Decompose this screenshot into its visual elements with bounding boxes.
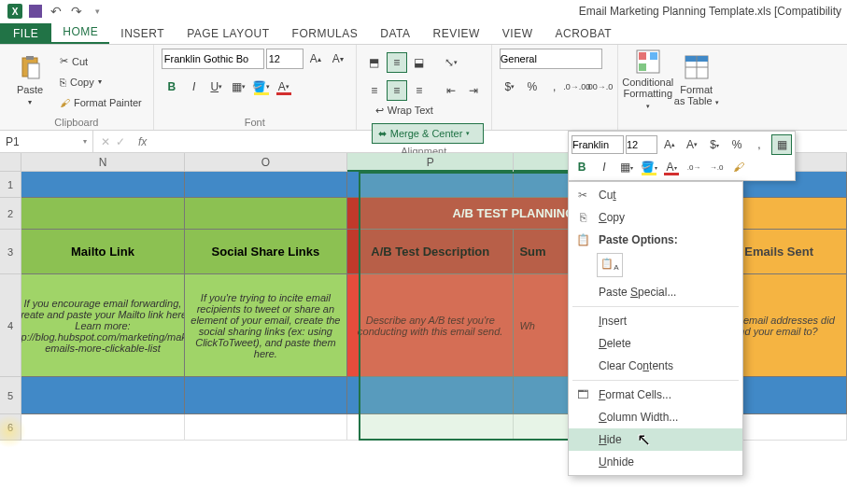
redo-button[interactable]: ↷ (67, 2, 86, 21)
cell-o1[interactable] (185, 172, 347, 198)
tab-page-layout[interactable]: PAGE LAYOUT (176, 23, 280, 44)
cell-n3[interactable]: Mailto Link (21, 230, 184, 274)
ctx-paste-opt-default[interactable]: 📋A (597, 253, 623, 277)
cell-n1[interactable] (21, 172, 184, 198)
align-center-button[interactable]: ≡ (387, 80, 407, 101)
decrease-indent-button[interactable]: ⇤ (441, 80, 461, 101)
font-size-input[interactable] (266, 49, 304, 69)
undo-button[interactable]: ↶ (47, 2, 65, 21)
cancel-formula-icon[interactable]: ✕ (101, 135, 110, 148)
italic-button[interactable]: I (184, 77, 205, 97)
font-color-button[interactable]: A ▾ (274, 77, 294, 97)
mini-painter[interactable]: 🖌 (728, 157, 749, 177)
row-header-1[interactable]: 1 (0, 172, 21, 198)
align-top-button[interactable]: ⬒ (364, 52, 385, 73)
tab-formulas[interactable]: FORMULAS (281, 23, 370, 44)
col-header-p[interactable]: P (347, 153, 514, 172)
fx-icon[interactable]: fx (133, 135, 152, 148)
cell-o2[interactable] (185, 198, 348, 230)
increase-decimal-button[interactable]: .0→.00 (567, 77, 587, 97)
mini-font-name[interactable] (572, 135, 624, 154)
shrink-font-button[interactable]: A▾ (328, 49, 348, 69)
col-header-n[interactable]: N (21, 153, 184, 172)
currency-button[interactable]: $ ▾ (500, 77, 520, 97)
format-as-table-button[interactable]: Format as Table ▾ (674, 49, 719, 110)
row-header-5[interactable]: 5 (0, 377, 21, 414)
cell-n5[interactable] (21, 377, 184, 414)
cell-o4[interactable]: If you're trying to incite email recipie… (185, 274, 347, 377)
mini-table[interactable]: ▦ (771, 134, 792, 155)
enter-formula-icon[interactable]: ✓ (116, 135, 125, 148)
ctx-delete[interactable]: Delete (569, 332, 742, 355)
cell-o6[interactable] (185, 414, 347, 441)
excel-app-icon[interactable]: X (6, 2, 24, 21)
mini-inc-dec[interactable]: .0→ (684, 157, 704, 177)
align-middle-button[interactable]: ≡ (387, 52, 407, 73)
wrap-text-button[interactable]: ↩Wrap Text (372, 101, 484, 119)
mini-bold[interactable]: B (572, 157, 592, 177)
cell-p3[interactable]: A/B Test Description (347, 230, 514, 274)
increase-indent-button[interactable]: ⇥ (463, 80, 484, 101)
save-button[interactable] (26, 2, 45, 21)
ctx-paste-special[interactable]: Paste Special... (569, 281, 742, 303)
align-left-button[interactable]: ≡ (364, 80, 385, 101)
ctx-cut[interactable]: ✂Cut (569, 184, 742, 206)
tab-view[interactable]: VIEW (491, 23, 544, 44)
ctx-unhide[interactable]: Unhide (569, 451, 742, 473)
fill-color-button[interactable]: 🪣 ▾ (251, 77, 272, 97)
align-bottom-button[interactable]: ⬓ (409, 52, 430, 73)
cell-o3[interactable]: Social Share Links (185, 230, 347, 274)
cell-n6[interactable] (21, 414, 184, 441)
tab-insert[interactable]: INSERT (109, 23, 176, 44)
merge-center-button[interactable]: ⬌Merge & Center ▾ (372, 123, 484, 144)
tab-data[interactable]: DATA (369, 23, 421, 44)
tab-acrobat[interactable]: ACROBAT (544, 23, 624, 44)
align-right-button[interactable]: ≡ (409, 80, 430, 101)
cell-o5[interactable] (185, 377, 347, 414)
cell-n2[interactable] (21, 198, 185, 230)
format-painter-button[interactable]: 🖌Format Painter (56, 93, 146, 112)
orientation-button[interactable]: ⤡ ▾ (441, 52, 461, 73)
ctx-format-cells[interactable]: 🗔Format Cells... (569, 384, 742, 406)
ctx-hide[interactable]: Hide (569, 428, 742, 451)
tab-home[interactable]: HOME (51, 21, 109, 44)
cut-button[interactable]: ✂Cut (56, 52, 146, 71)
cell-n4[interactable]: If you encourage email forwarding, creat… (21, 274, 184, 377)
col-header-o[interactable]: O (185, 153, 347, 172)
tab-file[interactable]: FILE (0, 23, 51, 44)
ctx-copy[interactable]: ⎘Copy (569, 206, 742, 229)
mini-border[interactable]: ▦▾ (616, 157, 637, 177)
ctx-clear[interactable]: Clear Contents (569, 355, 742, 377)
row-header-6[interactable]: 6 (0, 414, 21, 441)
cell-p1[interactable] (347, 172, 514, 198)
bold-button[interactable]: B (162, 77, 182, 97)
paste-button[interactable]: Paste▾ (7, 49, 52, 110)
mini-grow-font[interactable]: A▴ (659, 134, 680, 155)
mini-dec-dec[interactable]: →.0 (706, 157, 727, 177)
mini-italic[interactable]: I (594, 157, 614, 177)
percent-button[interactable]: % (522, 77, 543, 97)
mini-comma[interactable]: , (749, 134, 769, 155)
mini-fill[interactable]: 🪣▾ (639, 157, 659, 177)
mini-shrink-font[interactable]: A▾ (682, 134, 702, 155)
row-header-2[interactable]: 2 (0, 198, 21, 230)
mini-currency[interactable]: $ ▾ (704, 134, 725, 155)
tab-review[interactable]: REVIEW (421, 23, 490, 44)
font-name-input[interactable] (162, 49, 264, 69)
number-format-select[interactable] (500, 49, 602, 69)
comma-button[interactable]: , (544, 77, 565, 97)
mini-fontcolor[interactable]: A▾ (661, 157, 682, 177)
border-button[interactable]: ▦ ▾ (229, 77, 249, 97)
cell-p6[interactable] (347, 414, 514, 441)
ctx-column-width[interactable]: Column Width... (569, 406, 742, 428)
row-header-4[interactable]: 4 (0, 274, 21, 377)
grow-font-button[interactable]: A▴ (305, 49, 326, 69)
mini-percent[interactable]: % (727, 134, 747, 155)
underline-button[interactable]: U ▾ (206, 77, 227, 97)
ctx-insert[interactable]: Insert (569, 310, 742, 332)
mini-font-size[interactable] (626, 135, 657, 154)
cell-p5[interactable] (347, 377, 514, 414)
select-all-corner[interactable] (0, 153, 21, 172)
conditional-formatting-button[interactable]: Conditional Formatting ▾ (626, 49, 671, 110)
row-header-3[interactable]: 3 (0, 230, 21, 274)
